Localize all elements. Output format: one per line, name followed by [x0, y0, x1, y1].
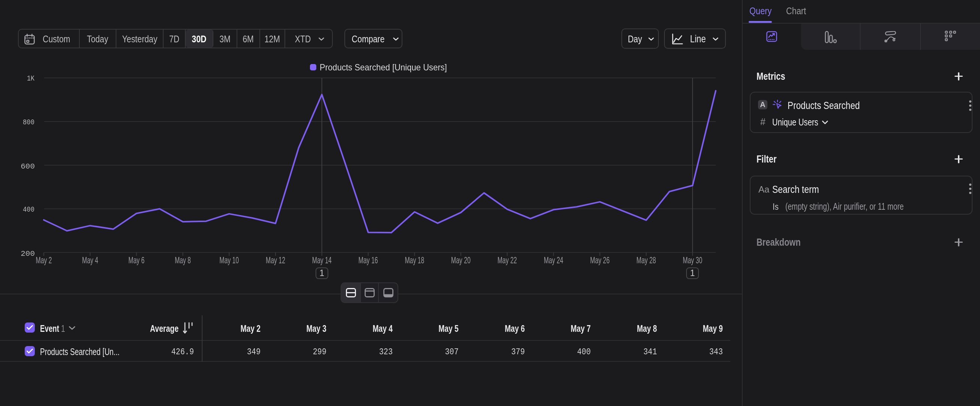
svg-text:600: 600	[21, 162, 35, 171]
svg-text:May 6: May 6	[128, 255, 145, 265]
svg-text:May 22: May 22	[498, 255, 517, 265]
svg-text:May 14: May 14	[312, 255, 332, 265]
svg-text:May 28: May 28	[636, 255, 656, 265]
svg-text:800: 800	[23, 118, 35, 127]
svg-text:May 2: May 2	[36, 255, 52, 265]
svg-text:May 4: May 4	[82, 255, 98, 265]
svg-text:May 24: May 24	[544, 255, 563, 265]
svg-text:200: 200	[21, 250, 35, 258]
svg-text:May 18: May 18	[405, 255, 424, 265]
svg-text:May 16: May 16	[359, 255, 378, 265]
svg-text:400: 400	[23, 205, 35, 214]
svg-text:May 8: May 8	[175, 255, 191, 265]
svg-text:May 20: May 20	[451, 255, 471, 265]
svg-text:May 10: May 10	[220, 255, 239, 265]
svg-text:May 30: May 30	[683, 255, 702, 265]
svg-text:May 26: May 26	[590, 255, 610, 265]
svg-text:1K: 1K	[27, 74, 35, 83]
svg-text:May 12: May 12	[266, 255, 285, 265]
